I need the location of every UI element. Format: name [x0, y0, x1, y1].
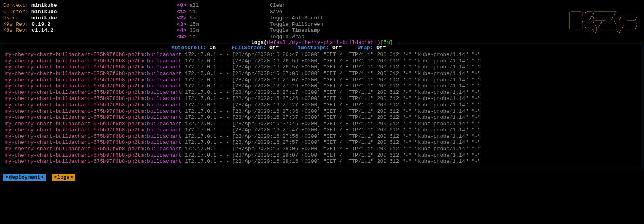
log-line: my-cherry-chart-buildachart-675b97f6b8-p… — [5, 64, 639, 71]
autoscroll-label: Autoscroll: — [172, 45, 206, 51]
hotkey-interval[interactable]: <2> 5m — [177, 15, 221, 21]
breadcrumb-deployment[interactable]: <deployment> — [3, 174, 46, 181]
log-line: my-cherry-chart-buildachart-675b97f6b8-p… — [5, 114, 639, 121]
log-line: my-cherry-chart-buildachart-675b97f6b8-p… — [5, 121, 639, 127]
autoscroll-value: On — [210, 45, 216, 51]
log-line: my-cherry-chart-buildachart-675b97f6b8-p… — [5, 108, 639, 115]
hotkey-desc: Toggle Timestamp — [270, 27, 350, 34]
breadcrumb-logs[interactable]: <logs> — [52, 174, 76, 181]
log-line: my-cherry-chart-buildachart-675b97f6b8-p… — [5, 83, 639, 89]
hotkey-desc: Clear — [270, 2, 350, 9]
context-value: minikube — [31, 2, 57, 8]
hotkey-interval-col: <0> all<1> 1m<2> 5m<3> 15m<4> 30m<5> 1h — [177, 2, 221, 40]
hotkey-action-keys — [221, 2, 270, 40]
logs-title: Logs(default/my-cherry-chart-buildachart… — [246, 39, 398, 46]
breadcrumbs: <deployment><logs> — [0, 168, 644, 181]
log-line: my-cherry-chart-buildachart-675b97f6b8-p… — [5, 95, 639, 102]
k9s-rev-value: 0.19.2 — [31, 21, 50, 27]
hotkey-desc: Toggle AutoScroll — [270, 15, 350, 21]
log-line: my-cherry-chart-buildachart-675b97f6b8-p… — [5, 58, 639, 64]
cluster-label: Cluster: — [3, 9, 28, 15]
log-line: my-cherry-chart-buildachart-675b97f6b8-p… — [5, 77, 639, 83]
k9s-logo: ____ __ ________ | |/ / __ / ______ | /\… — [568, 7, 641, 36]
log-lines[interactable]: my-cherry-chart-buildachart-675b97f6b8-p… — [2, 52, 642, 165]
hotkey-interval[interactable]: <1> 1m — [177, 9, 221, 15]
hotkeys: <0> all<1> 1m<2> 5m<3> 15m<4> 30m<5> 1h … — [177, 2, 350, 40]
log-line: my-cherry-chart-buildachart-675b97f6b8-p… — [5, 71, 639, 77]
log-line: my-cherry-chart-buildachart-675b97f6b8-p… — [5, 127, 639, 133]
log-line: my-cherry-chart-buildachart-675b97f6b8-p… — [5, 89, 639, 96]
user-value: minikube — [31, 15, 57, 21]
context-label: Context: — [3, 2, 28, 8]
k9s-rev-label: K9s Rev: — [3, 21, 28, 27]
k8s-rev-value: v1.14.2 — [31, 27, 54, 33]
log-line: my-cherry-chart-buildachart-675b97f6b8-p… — [5, 139, 639, 146]
k8s-rev-label: K8s Rev: — [3, 27, 28, 33]
log-line: my-cherry-chart-buildachart-675b97f6b8-p… — [5, 52, 639, 58]
hotkey-action-desc: ClearSaveToggle AutoScrollToggle FullScr… — [270, 2, 350, 40]
log-line: my-cherry-chart-buildachart-675b97f6b8-p… — [5, 133, 639, 140]
hotkey-interval[interactable]: <5> 1h — [177, 34, 221, 40]
logs-panel[interactable]: Logs(default/my-cherry-chart-buildachart… — [2, 43, 642, 168]
cluster-value: minikube — [31, 9, 57, 15]
hotkey-desc: Toggle FullScreen — [270, 21, 350, 28]
user-label: User: — [3, 15, 19, 21]
log-line: my-cherry-chart-buildachart-675b97f6b8-p… — [5, 146, 639, 152]
log-line: my-cherry-chart-buildachart-675b97f6b8-p… — [5, 158, 639, 165]
cluster-info: Context: minikube Cluster: minikube User… — [3, 2, 177, 40]
hotkey-interval[interactable]: <0> all — [177, 2, 221, 9]
hotkey-interval[interactable]: <3> 15m — [177, 21, 221, 28]
log-line: my-cherry-chart-buildachart-675b97f6b8-p… — [5, 152, 639, 159]
log-line: my-cherry-chart-buildachart-675b97f6b8-p… — [5, 102, 639, 108]
hotkey-desc: Save — [270, 9, 350, 15]
header: Context: minikube Cluster: minikube User… — [0, 0, 644, 41]
hotkey-interval[interactable]: <4> 30m — [177, 27, 221, 34]
